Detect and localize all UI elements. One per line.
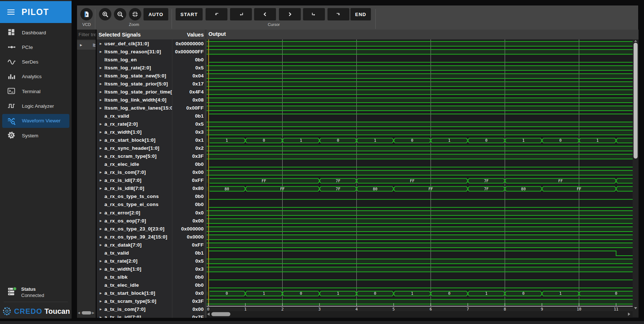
signal-row[interactable]: ▶ltssm_log_reason[31:0]0x000000FF xyxy=(97,47,205,56)
signal-row[interactable]: ▶a_tx_width[1:0]0x3 xyxy=(97,265,205,273)
sidebar-item-system[interactable]: System xyxy=(2,129,69,142)
bus-value-label: 1 xyxy=(300,138,302,142)
signal-row[interactable]: ▶a_rx_os_eop[7:0]0x00 xyxy=(97,217,205,225)
signal-row[interactable]: ▶a_rx_os_type_23_0[23:0]0x000000 xyxy=(97,225,205,233)
signal-row[interactable]: ▶a_rx_error[2:0]0x0 xyxy=(97,209,205,217)
expand-chevron-icon[interactable]: ▶ xyxy=(97,146,104,150)
expand-chevron-icon[interactable]: ▶ xyxy=(97,219,104,222)
signal-row[interactable]: ▶a_rx_rate[2:0]0x5 xyxy=(97,120,205,128)
sidebar-item-logic-analyzer[interactable]: Logic Analyzer xyxy=(2,99,69,113)
chevron-right-icon[interactable]: ▶ xyxy=(80,43,82,47)
cursor-end-button[interactable]: END xyxy=(350,8,371,20)
zoom-auto-button[interactable]: AUTO xyxy=(143,8,168,20)
sidebar-item-waveform-viewer[interactable]: Waveform Viewer xyxy=(2,114,69,128)
signal-row[interactable]: ▶ltssm_log_state_new[5:0]0x04 xyxy=(97,72,205,80)
expand-chevron-icon[interactable]: ▶ xyxy=(97,267,104,271)
sidebar-item-pcie[interactable]: PCIe xyxy=(2,40,69,54)
signal-row[interactable]: ▶a_rx_width[1:0]0x3 xyxy=(97,128,205,136)
scroll-left-icon[interactable]: ◀ xyxy=(78,311,80,315)
vcd-button[interactable] xyxy=(80,8,93,20)
cursor-start-button[interactable]: START xyxy=(176,8,203,20)
scrollbar-thumb[interactable] xyxy=(82,311,91,315)
sidebar-item-dashboard[interactable]: Dashboard xyxy=(2,26,69,39)
signal-row[interactable]: ▶a_rx_os_type_39_24[15:0]0x0000 xyxy=(97,233,205,241)
signal-row[interactable]: ▶user_def_clk[31:0]0x00000000 xyxy=(97,39,205,47)
signal-row[interactable]: a_rx_os_type_ts_cons0b0 xyxy=(97,193,205,201)
signal-row[interactable]: ▶ltssm_log_state_prior[5:0]0x17 xyxy=(97,80,205,88)
filter-tree-item[interactable]: ▶ ltssm xyxy=(77,40,96,50)
signal-row[interactable]: ▶ltssm_log_rate[2:0]0x5 xyxy=(97,64,205,72)
wave-hscrollbar-track[interactable] xyxy=(207,311,633,317)
waveform-plot[interactable]: 10101010101FF7FFF7FFF80FF7F80FF7F80FF010… xyxy=(207,39,639,318)
signal-row[interactable]: ▶ltssm_log_active_lanes[15:0]0x00FF xyxy=(97,104,205,112)
signal-row[interactable]: a_tx_valid0b1 xyxy=(97,249,205,257)
signal-row[interactable]: ltssm_log_en0b0 xyxy=(97,56,205,64)
signal-row[interactable]: a_tx_elec_idle0b0 xyxy=(97,281,205,289)
expand-chevron-icon[interactable]: ▶ xyxy=(97,235,104,239)
signal-row[interactable]: a_rx_valid0b1 xyxy=(97,112,205,120)
expand-chevron-icon[interactable]: ▶ xyxy=(97,243,104,247)
zoom-in-button[interactable] xyxy=(99,8,111,20)
expand-chevron-icon[interactable]: ▶ xyxy=(97,106,104,110)
expand-chevron-icon[interactable]: ▶ xyxy=(97,98,104,102)
expand-chevron-icon[interactable]: ▶ xyxy=(97,50,104,53)
signal-row[interactable]: ▶a_rx_sync_header[1:0]0x2 xyxy=(97,144,205,152)
zoom-out-button[interactable] xyxy=(114,8,126,20)
expand-chevron-icon[interactable]: ▶ xyxy=(97,42,104,45)
filter-hscrollbar[interactable]: ◀ ▶ xyxy=(78,310,95,315)
signal-row[interactable]: ▶a_tx_is_com[7:0]0x00 xyxy=(97,305,205,313)
expand-chevron-icon[interactable]: ▶ xyxy=(97,300,104,303)
expand-chevron-icon[interactable]: ▶ xyxy=(97,82,104,85)
expand-chevron-icon[interactable]: ▶ xyxy=(97,74,104,77)
signal-row[interactable]: ▶a_rx_datak[7:0]0xFF xyxy=(97,241,205,249)
zoom-fit-button[interactable] xyxy=(129,8,141,20)
signal-row[interactable]: ▶ltssm_log_link_width[4:0]0x08 xyxy=(97,96,205,104)
signal-row[interactable]: a_tx_slbk0b0 xyxy=(97,273,205,281)
expand-chevron-icon[interactable]: ▶ xyxy=(97,155,104,158)
expand-chevron-icon[interactable]: ▶ xyxy=(97,211,104,214)
expand-chevron-icon[interactable]: ▶ xyxy=(97,90,104,94)
expand-chevron-icon[interactable]: ▶ xyxy=(97,66,104,69)
cursor-step-right-button[interactable] xyxy=(279,8,301,20)
sidebar-item-serdes[interactable]: SerDes xyxy=(2,55,69,69)
expand-chevron-icon[interactable]: ▶ xyxy=(97,259,104,263)
expand-chevron-icon[interactable]: ▶ xyxy=(97,187,104,190)
signal-row[interactable]: ▶a_rx_is_com[7:0]0x00 xyxy=(97,168,205,176)
cursor-jump-next-fall-button[interactable] xyxy=(327,8,349,20)
hamburger-menu-icon[interactable] xyxy=(7,9,15,15)
signal-row[interactable]: ▶a_rx_start_block[1:0]0x1 xyxy=(97,136,205,144)
expand-chevron-icon[interactable]: ▶ xyxy=(97,138,104,142)
expand-chevron-icon[interactable]: ▶ xyxy=(97,179,104,182)
sidebar-item-analytics[interactable]: Analytics xyxy=(2,70,69,84)
signal-row[interactable]: ▶a_tx_start_block[1:0]0x0 xyxy=(97,289,205,297)
cursor-step-left-button[interactable] xyxy=(254,8,276,20)
expand-chevron-icon[interactable]: ▶ xyxy=(97,291,104,295)
cursor-jump-prev-rise-button[interactable] xyxy=(230,8,252,20)
signal-row[interactable]: ▶a_rx_is_idl[7:0]0xFF xyxy=(97,176,205,184)
wave-vscrollbar-thumb[interactable] xyxy=(634,43,638,159)
signal-value: 0b1 xyxy=(172,250,205,256)
expand-chevron-icon[interactable]: ▶ xyxy=(97,316,104,318)
signal-row[interactable]: ▶a_rx_is_idl8[7:0]0x80 xyxy=(97,184,205,193)
expand-chevron-icon[interactable]: ▶ xyxy=(97,227,104,230)
expand-chevron-icon[interactable]: ▶ xyxy=(97,308,104,311)
signal-row[interactable]: ▶ltssm_log_state_prior_time[15:0]0x4F4 xyxy=(97,88,205,96)
cursor-jump-next-rise-button[interactable] xyxy=(303,8,325,20)
signal-value: 0x3 xyxy=(172,129,205,135)
scroll-right-icon[interactable]: ▶ xyxy=(92,311,94,315)
signal-row[interactable]: ▶a_tx_rate[2:0]0x5 xyxy=(97,257,205,265)
filter-tree-input[interactable] xyxy=(77,30,96,39)
signal-row[interactable]: ▶a_rx_scram_type[5:0]0x3F xyxy=(97,152,205,160)
expand-chevron-icon[interactable]: ▶ xyxy=(97,171,104,174)
cursor-jump-prev-fall-button[interactable] xyxy=(206,8,227,20)
signal-name: a_tx_rate[2:0] xyxy=(104,258,172,264)
signal-row[interactable]: a_rx_elec_idle0b0 xyxy=(97,160,205,168)
signal-row[interactable]: ▶a_tx_scram_type[5:0]0x3F xyxy=(97,297,205,305)
signal-row[interactable]: a_rx_os_type_ei_cons0b0 xyxy=(97,201,205,209)
wave-hscrollbar-thumb[interactable] xyxy=(211,312,230,316)
signal-row[interactable]: ▶a_tx_is_idl[7:0]0x7F xyxy=(97,313,205,318)
expand-chevron-icon[interactable]: ▶ xyxy=(97,122,104,126)
signal-value: 0x3F xyxy=(172,298,205,304)
expand-chevron-icon[interactable]: ▶ xyxy=(97,130,104,134)
sidebar-item-terminal[interactable]: Terminal xyxy=(2,84,69,98)
